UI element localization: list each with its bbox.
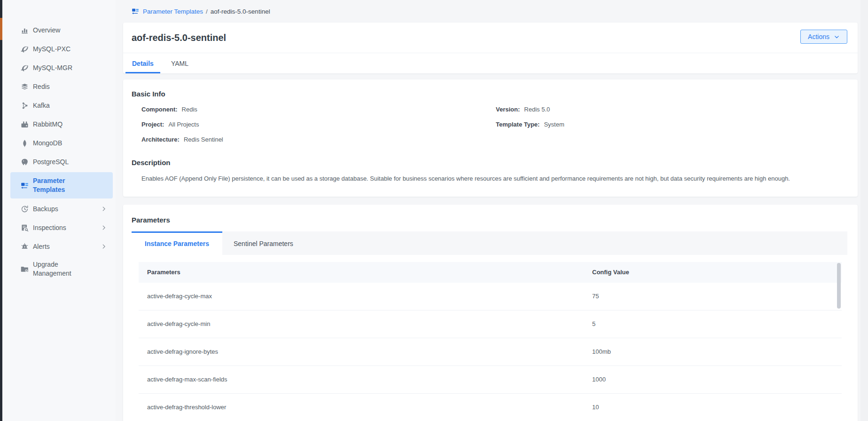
sidebar: Overview MySQL-PXC MySQL-MGR Redis Kafka [2, 0, 116, 421]
description-text: Enables AOF (Append Only File) persisten… [141, 174, 846, 183]
backup-restore-icon [21, 205, 29, 213]
chevron-down-icon [834, 34, 840, 40]
folder-gear-icon [21, 265, 29, 273]
table-row: active-defrag-cycle-min 5 [139, 310, 842, 338]
actions-button[interactable]: Actions [800, 30, 847, 44]
detail-header-top: aof-redis-5.0-sentinel [123, 23, 858, 53]
parameter-templates-icon [21, 182, 29, 190]
sidebar-item-mongodb[interactable]: MongoDB [10, 134, 113, 152]
sidebar-item-label: PostgreSQL [33, 158, 90, 167]
table-row: active-defrag-threshold-lower 10 [139, 394, 842, 421]
chevron-right-icon [101, 243, 107, 250]
config-value-cell: 1000 [592, 376, 842, 383]
column-header-parameters: Parameters [139, 269, 592, 276]
kafka-nodes-icon [21, 102, 29, 110]
rabbitmq-icon [21, 120, 29, 128]
config-value-cell: 100mb [592, 348, 842, 355]
parameter-name-cell: active-defrag-cycle-max [139, 293, 592, 300]
page-scrollbar-track[interactable] [860, 0, 868, 421]
parameter-name-cell: active-defrag-max-scan-fields [139, 376, 592, 383]
parameter-templates-icon [132, 8, 139, 15]
breadcrumb-separator: / [206, 8, 208, 15]
sidebar-item-label: MySQL-MGR [33, 64, 90, 72]
parameter-name-cell: active-defrag-cycle-min [139, 320, 592, 327]
sidebar-item-parameter-templates[interactable]: Parameter Templates [10, 172, 113, 199]
mysql-dolphin-icon [21, 45, 29, 53]
basic-info-right-column: Version:Redis 5.0 Template Type:System [496, 106, 846, 151]
chevron-right-icon [101, 224, 107, 231]
sidebar-item-backups[interactable]: Backups [10, 199, 113, 218]
app-root: Overview MySQL-PXC MySQL-MGR Redis Kafka [0, 0, 868, 421]
sidebar-item-label: MySQL-PXC [33, 45, 90, 54]
sidebar-item-redis[interactable]: Redis [10, 77, 113, 96]
field-architecture: Architecture:Redis Sentinel [141, 136, 496, 143]
sidebar-item-label: Inspections [33, 223, 90, 232]
sidebar-item-mysql-pxc[interactable]: MySQL-PXC [10, 40, 113, 58]
breadcrumb-link-parameter-templates[interactable]: Parameter Templates [143, 8, 203, 15]
config-value-cell: 10 [592, 404, 842, 411]
sidebar-item-overview[interactable]: Overview [10, 21, 113, 40]
detail-header-card: aof-redis-5.0-sentinel Actions Details Y… [123, 23, 858, 73]
alert-siren-icon [21, 243, 29, 251]
tab-yaml[interactable]: YAML [164, 53, 195, 73]
table-row: active-defrag-max-scan-fields 1000 [139, 366, 842, 394]
mysql-dolphin-icon [21, 64, 29, 72]
sidebar-item-kafka[interactable]: Kafka [10, 96, 113, 115]
inspection-doc-icon [21, 224, 29, 232]
config-value-cell: 5 [592, 320, 842, 327]
sidebar-item-label: RabbitMQ [33, 120, 90, 129]
actions-button-label: Actions [808, 33, 829, 40]
sidebar-item-label: Redis [33, 82, 90, 91]
tab-details[interactable]: Details [125, 53, 160, 73]
table-header-row: Parameters Config Value [139, 262, 842, 283]
parameters-tabs: Instance Parameters Sentinel Parameters [132, 231, 847, 255]
bar-chart-icon [21, 26, 29, 34]
detail-tabs: Details YAML [123, 53, 858, 73]
breadcrumb-current: aof-redis-5.0-sentinel [211, 8, 270, 15]
layers-icon [21, 83, 29, 91]
basic-info-fields: Component:Redis Project:All Projects Arc… [141, 106, 846, 151]
breadcrumb: Parameter Templates / aof-redis-5.0-sent… [116, 0, 868, 23]
sidebar-item-label: Upgrade Management [33, 260, 90, 278]
parameters-card: Parameters Instance Parameters Sentinel … [123, 205, 858, 421]
sidebar-item-label: MongoDB [33, 139, 90, 148]
page-title: aof-redis-5.0-sentinel [132, 32, 846, 43]
sidebar-item-postgresql[interactable]: PostgreSQL [10, 152, 113, 171]
field-project: Project:All Projects [141, 121, 496, 127]
sidebar-nav: Overview MySQL-PXC MySQL-MGR Redis Kafka [2, 0, 116, 282]
field-component: Component:Redis [141, 106, 496, 112]
sidebar-item-label: Parameter Templates [33, 176, 90, 194]
sidebar-item-upgrade-management[interactable]: Upgrade Management [10, 256, 113, 282]
table-scrollbar-thumb[interactable] [837, 263, 841, 309]
table-row: active-defrag-cycle-max 75 [139, 283, 842, 310]
sidebar-item-mysql-mgr[interactable]: MySQL-MGR [10, 58, 113, 77]
basic-info-card: Basic Info Component:Redis Project:All P… [123, 79, 858, 197]
leaf-icon [21, 139, 29, 147]
sidebar-item-label: Kafka [33, 101, 90, 110]
parameter-name-cell: active-defrag-ignore-bytes [139, 348, 592, 355]
sidebar-item-label: Overview [33, 26, 90, 35]
sidebar-item-rabbitmq[interactable]: RabbitMQ [10, 115, 113, 134]
column-header-config-value: Config Value [592, 269, 842, 276]
parameter-name-cell: active-defrag-threshold-lower [139, 404, 592, 411]
sidebar-item-inspections[interactable]: Inspections [10, 218, 113, 237]
sidebar-item-label: Alerts [33, 242, 90, 251]
parameters-table: Parameters Config Value active-defrag-cy… [139, 262, 842, 421]
sidebar-item-alerts[interactable]: Alerts [10, 237, 113, 256]
basic-info-left-column: Component:Redis Project:All Projects Arc… [141, 106, 496, 151]
sidebar-item-label: Backups [33, 205, 90, 214]
field-version: Version:Redis 5.0 [496, 106, 846, 112]
elephant-icon [21, 158, 29, 166]
config-value-cell: 75 [592, 293, 842, 300]
chevron-right-icon [101, 206, 107, 212]
tab-sentinel-parameters[interactable]: Sentinel Parameters [222, 231, 305, 255]
table-row: active-defrag-ignore-bytes 100mb [139, 338, 842, 366]
tab-instance-parameters[interactable]: Instance Parameters [132, 231, 222, 255]
field-template-type: Template Type:System [496, 121, 846, 127]
parameters-heading: Parameters [132, 216, 847, 224]
basic-info-heading: Basic Info [132, 90, 846, 98]
description-heading: Description [132, 159, 846, 167]
main-content: Parameter Templates / aof-redis-5.0-sent… [116, 0, 868, 421]
